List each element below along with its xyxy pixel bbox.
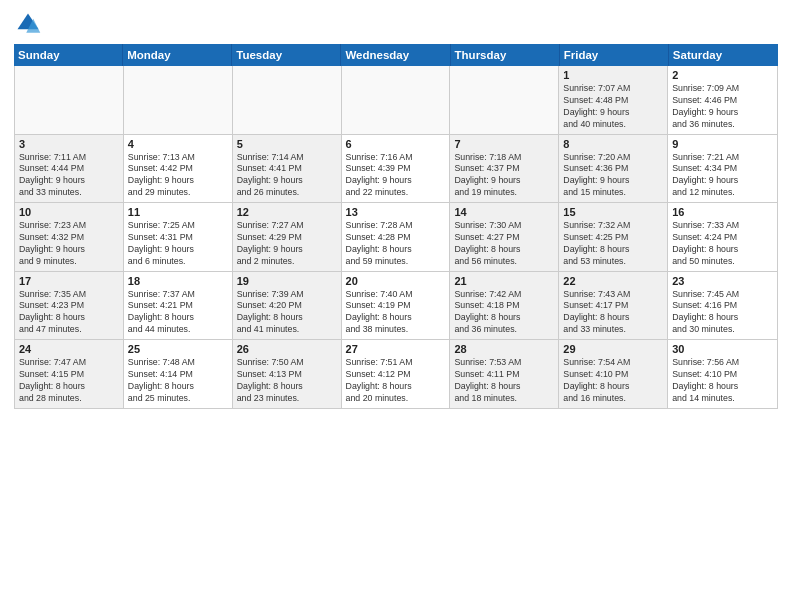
week-row-3: 10Sunrise: 7:23 AM Sunset: 4:32 PM Dayli… [15, 203, 777, 272]
day-info: Sunrise: 7:07 AM Sunset: 4:48 PM Dayligh… [563, 83, 663, 131]
cal-cell: 13Sunrise: 7:28 AM Sunset: 4:28 PM Dayli… [342, 203, 451, 271]
day-info: Sunrise: 7:13 AM Sunset: 4:42 PM Dayligh… [128, 152, 228, 200]
cal-cell: 3Sunrise: 7:11 AM Sunset: 4:44 PM Daylig… [15, 135, 124, 203]
day-number: 20 [346, 275, 446, 287]
col-header-wednesday: Wednesday [341, 44, 450, 66]
cal-cell: 15Sunrise: 7:32 AM Sunset: 4:25 PM Dayli… [559, 203, 668, 271]
cal-cell: 5Sunrise: 7:14 AM Sunset: 4:41 PM Daylig… [233, 135, 342, 203]
col-header-tuesday: Tuesday [232, 44, 341, 66]
cal-cell: 24Sunrise: 7:47 AM Sunset: 4:15 PM Dayli… [15, 340, 124, 408]
cal-cell [15, 66, 124, 134]
day-number: 9 [672, 138, 773, 150]
cal-cell: 12Sunrise: 7:27 AM Sunset: 4:29 PM Dayli… [233, 203, 342, 271]
day-number: 27 [346, 343, 446, 355]
day-info: Sunrise: 7:14 AM Sunset: 4:41 PM Dayligh… [237, 152, 337, 200]
day-number: 2 [672, 69, 773, 81]
day-number: 7 [454, 138, 554, 150]
day-info: Sunrise: 7:40 AM Sunset: 4:19 PM Dayligh… [346, 289, 446, 337]
cal-cell [342, 66, 451, 134]
cal-cell: 22Sunrise: 7:43 AM Sunset: 4:17 PM Dayli… [559, 272, 668, 340]
day-info: Sunrise: 7:43 AM Sunset: 4:17 PM Dayligh… [563, 289, 663, 337]
day-number: 29 [563, 343, 663, 355]
day-number: 1 [563, 69, 663, 81]
day-info: Sunrise: 7:20 AM Sunset: 4:36 PM Dayligh… [563, 152, 663, 200]
calendar: SundayMondayTuesdayWednesdayThursdayFrid… [14, 44, 778, 602]
day-info: Sunrise: 7:23 AM Sunset: 4:32 PM Dayligh… [19, 220, 119, 268]
calendar-body: 1Sunrise: 7:07 AM Sunset: 4:48 PM Daylig… [15, 66, 777, 408]
calendar-body-outer: 1Sunrise: 7:07 AM Sunset: 4:48 PM Daylig… [14, 66, 778, 409]
day-info: Sunrise: 7:42 AM Sunset: 4:18 PM Dayligh… [454, 289, 554, 337]
day-info: Sunrise: 7:37 AM Sunset: 4:21 PM Dayligh… [128, 289, 228, 337]
header [14, 10, 778, 38]
day-number: 5 [237, 138, 337, 150]
day-number: 13 [346, 206, 446, 218]
day-info: Sunrise: 7:21 AM Sunset: 4:34 PM Dayligh… [672, 152, 773, 200]
cal-cell: 2Sunrise: 7:09 AM Sunset: 4:46 PM Daylig… [668, 66, 777, 134]
day-info: Sunrise: 7:30 AM Sunset: 4:27 PM Dayligh… [454, 220, 554, 268]
day-number: 12 [237, 206, 337, 218]
day-number: 10 [19, 206, 119, 218]
cal-cell: 8Sunrise: 7:20 AM Sunset: 4:36 PM Daylig… [559, 135, 668, 203]
week-row-4: 17Sunrise: 7:35 AM Sunset: 4:23 PM Dayli… [15, 272, 777, 341]
week-row-1: 1Sunrise: 7:07 AM Sunset: 4:48 PM Daylig… [15, 66, 777, 135]
day-info: Sunrise: 7:16 AM Sunset: 4:39 PM Dayligh… [346, 152, 446, 200]
col-header-thursday: Thursday [451, 44, 560, 66]
week-row-5: 24Sunrise: 7:47 AM Sunset: 4:15 PM Dayli… [15, 340, 777, 408]
cal-cell: 10Sunrise: 7:23 AM Sunset: 4:32 PM Dayli… [15, 203, 124, 271]
day-number: 14 [454, 206, 554, 218]
cal-cell: 21Sunrise: 7:42 AM Sunset: 4:18 PM Dayli… [450, 272, 559, 340]
logo-icon [14, 10, 42, 38]
cal-cell [450, 66, 559, 134]
day-info: Sunrise: 7:47 AM Sunset: 4:15 PM Dayligh… [19, 357, 119, 405]
day-info: Sunrise: 7:11 AM Sunset: 4:44 PM Dayligh… [19, 152, 119, 200]
day-number: 21 [454, 275, 554, 287]
cal-cell: 28Sunrise: 7:53 AM Sunset: 4:11 PM Dayli… [450, 340, 559, 408]
week-row-2: 3Sunrise: 7:11 AM Sunset: 4:44 PM Daylig… [15, 135, 777, 204]
day-info: Sunrise: 7:27 AM Sunset: 4:29 PM Dayligh… [237, 220, 337, 268]
cal-cell: 26Sunrise: 7:50 AM Sunset: 4:13 PM Dayli… [233, 340, 342, 408]
day-number: 15 [563, 206, 663, 218]
cal-cell: 18Sunrise: 7:37 AM Sunset: 4:21 PM Dayli… [124, 272, 233, 340]
day-info: Sunrise: 7:32 AM Sunset: 4:25 PM Dayligh… [563, 220, 663, 268]
cal-cell: 19Sunrise: 7:39 AM Sunset: 4:20 PM Dayli… [233, 272, 342, 340]
day-number: 23 [672, 275, 773, 287]
day-info: Sunrise: 7:50 AM Sunset: 4:13 PM Dayligh… [237, 357, 337, 405]
day-number: 30 [672, 343, 773, 355]
cal-cell: 11Sunrise: 7:25 AM Sunset: 4:31 PM Dayli… [124, 203, 233, 271]
day-number: 4 [128, 138, 228, 150]
cal-cell: 17Sunrise: 7:35 AM Sunset: 4:23 PM Dayli… [15, 272, 124, 340]
cal-cell: 6Sunrise: 7:16 AM Sunset: 4:39 PM Daylig… [342, 135, 451, 203]
cal-cell: 27Sunrise: 7:51 AM Sunset: 4:12 PM Dayli… [342, 340, 451, 408]
cal-cell: 20Sunrise: 7:40 AM Sunset: 4:19 PM Dayli… [342, 272, 451, 340]
cal-cell: 16Sunrise: 7:33 AM Sunset: 4:24 PM Dayli… [668, 203, 777, 271]
day-info: Sunrise: 7:53 AM Sunset: 4:11 PM Dayligh… [454, 357, 554, 405]
day-info: Sunrise: 7:39 AM Sunset: 4:20 PM Dayligh… [237, 289, 337, 337]
cal-cell [233, 66, 342, 134]
cal-cell: 25Sunrise: 7:48 AM Sunset: 4:14 PM Dayli… [124, 340, 233, 408]
calendar-header-row: SundayMondayTuesdayWednesdayThursdayFrid… [14, 44, 778, 66]
cal-cell: 23Sunrise: 7:45 AM Sunset: 4:16 PM Dayli… [668, 272, 777, 340]
col-header-sunday: Sunday [14, 44, 123, 66]
day-number: 17 [19, 275, 119, 287]
day-info: Sunrise: 7:33 AM Sunset: 4:24 PM Dayligh… [672, 220, 773, 268]
cal-cell: 9Sunrise: 7:21 AM Sunset: 4:34 PM Daylig… [668, 135, 777, 203]
cal-cell: 30Sunrise: 7:56 AM Sunset: 4:10 PM Dayli… [668, 340, 777, 408]
day-number: 26 [237, 343, 337, 355]
cal-cell: 14Sunrise: 7:30 AM Sunset: 4:27 PM Dayli… [450, 203, 559, 271]
day-number: 18 [128, 275, 228, 287]
day-info: Sunrise: 7:18 AM Sunset: 4:37 PM Dayligh… [454, 152, 554, 200]
day-number: 22 [563, 275, 663, 287]
cal-cell: 7Sunrise: 7:18 AM Sunset: 4:37 PM Daylig… [450, 135, 559, 203]
page: SundayMondayTuesdayWednesdayThursdayFrid… [0, 0, 792, 612]
cal-cell: 29Sunrise: 7:54 AM Sunset: 4:10 PM Dayli… [559, 340, 668, 408]
day-number: 8 [563, 138, 663, 150]
cal-cell [124, 66, 233, 134]
day-info: Sunrise: 7:09 AM Sunset: 4:46 PM Dayligh… [672, 83, 773, 131]
day-info: Sunrise: 7:56 AM Sunset: 4:10 PM Dayligh… [672, 357, 773, 405]
day-number: 24 [19, 343, 119, 355]
day-info: Sunrise: 7:48 AM Sunset: 4:14 PM Dayligh… [128, 357, 228, 405]
day-info: Sunrise: 7:25 AM Sunset: 4:31 PM Dayligh… [128, 220, 228, 268]
day-info: Sunrise: 7:45 AM Sunset: 4:16 PM Dayligh… [672, 289, 773, 337]
day-number: 16 [672, 206, 773, 218]
cal-cell: 4Sunrise: 7:13 AM Sunset: 4:42 PM Daylig… [124, 135, 233, 203]
